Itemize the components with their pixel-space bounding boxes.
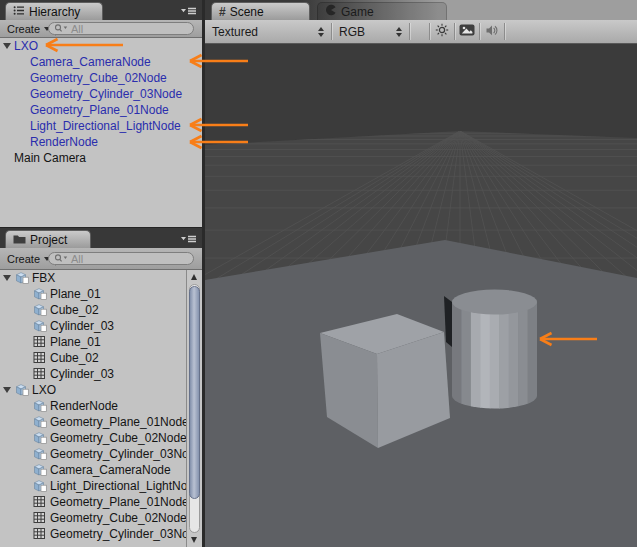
hierarchy-item-Camera-CameraNode[interactable]: Camera_CameraNode — [0, 54, 202, 70]
foldout-triangle[interactable] — [3, 43, 11, 49]
item-label: Plane_01 — [50, 335, 101, 349]
audio-toggle-button[interactable] — [480, 20, 504, 43]
unity-game-icon — [325, 4, 337, 19]
project-item-Cube-02[interactable]: Cube_02 — [0, 350, 186, 366]
project-item-RenderNode[interactable]: RenderNode — [0, 398, 186, 414]
model-icon — [33, 479, 48, 492]
hierarchy-item-Geometry-Cube-02Node[interactable]: Geometry_Cube_02Node — [0, 70, 202, 86]
dropdown-arrows-icon — [396, 27, 402, 37]
hierarchy-tree: LXOCamera_CameraNodeGeometry_Cube_02Node… — [0, 38, 202, 227]
project-item-Geometry-Cylinder-03Node[interactable]: Geometry_Cylinder_03Node — [0, 446, 186, 462]
foldout-triangle[interactable] — [3, 275, 11, 281]
project-item-Geometry-Cube-02Node[interactable]: Geometry_Cube_02Node — [0, 510, 186, 526]
project-item-Geometry-Cylinder-03Node[interactable]: Geometry_Cylinder_03Node — [0, 526, 186, 542]
model-icon — [33, 463, 48, 476]
cylinder-object[interactable] — [452, 290, 538, 413]
tab-scene[interactable]: # Scene — [211, 2, 310, 20]
skybox-toggle-button[interactable] — [455, 20, 479, 43]
hierarchy-item-Main-Camera[interactable]: Main Camera — [0, 150, 202, 166]
mesh-icon — [33, 511, 48, 524]
scroll-down-icon[interactable] — [191, 537, 197, 543]
create-button-label: Create — [7, 253, 40, 265]
item-label: Cylinder_03 — [50, 319, 114, 333]
color-channel-dropdown[interactable]: RGB — [332, 20, 409, 43]
item-label: LXO — [32, 383, 56, 397]
search-input[interactable]: All — [48, 252, 194, 265]
project-item-Plane-01[interactable]: Plane_01 — [0, 286, 186, 302]
hierarchy-item-Light-Directional-LightNode[interactable]: Light_Directional_LightNode — [0, 118, 202, 134]
model-icon — [33, 415, 48, 428]
tab-hierarchy[interactable]: Hierarchy — [5, 2, 103, 20]
item-label: Cube_02 — [50, 351, 99, 365]
tab-game[interactable]: Game — [317, 2, 447, 20]
mesh-icon — [33, 367, 48, 380]
item-label: LXO — [14, 39, 38, 53]
hierarchy-panel: Hierarchy Create All LXOCamera_CameraNod… — [0, 0, 202, 227]
lighting-icon — [435, 23, 449, 40]
hierarchy-item-Geometry-Cylinder-03Node[interactable]: Geometry_Cylinder_03Node — [0, 86, 202, 102]
create-button-label: Create — [7, 23, 40, 35]
hierarchy-list-icon — [13, 5, 25, 19]
tab-label: Scene — [230, 5, 264, 19]
panel-menu-icon[interactable] — [180, 5, 197, 19]
hierarchy-item-RenderNode[interactable]: RenderNode — [0, 134, 202, 150]
project-item-Cube-02[interactable]: Cube_02 — [0, 302, 186, 318]
tab-label: Hierarchy — [29, 5, 80, 19]
project-item-Geometry-Plane-01Node[interactable]: Geometry_Plane_01Node — [0, 494, 186, 510]
item-label: Geometry_Cylinder_03Node — [30, 87, 182, 101]
project-tabstrip: Project — [0, 227, 202, 248]
unity-editor-window: Hierarchy Create All LXOCamera_CameraNod… — [0, 0, 637, 547]
project-item-LXO[interactable]: LXO — [0, 382, 186, 398]
hierarchy-item-LXO[interactable]: LXO — [0, 38, 202, 54]
item-label: Camera_CameraNode — [30, 55, 151, 69]
skybox-icon — [459, 24, 475, 39]
project-item-Plane-01[interactable]: Plane_01 — [0, 334, 186, 350]
search-placeholder: All — [71, 23, 83, 35]
item-label: Geometry_Plane_01Node — [30, 103, 169, 117]
scene-panel: # Scene Game Textured RGB — [205, 0, 637, 547]
search-icon — [54, 252, 69, 266]
render-mode-dropdown[interactable]: Textured — [205, 20, 331, 43]
project-item-Cylinder-03[interactable]: Cylinder_03 — [0, 366, 186, 382]
scene-tabstrip: # Scene Game — [205, 0, 637, 20]
mesh-icon — [33, 527, 48, 540]
search-input[interactable]: All — [48, 22, 194, 35]
project-item-Camera-CameraNode[interactable]: Camera_CameraNode — [0, 462, 186, 478]
item-label: Main Camera — [14, 151, 86, 165]
item-label: Light_Directional_LightNode — [50, 479, 186, 493]
scrollbar-thumb[interactable] — [189, 286, 200, 499]
search-placeholder: All — [71, 253, 83, 265]
item-label: Geometry_Plane_01Node — [50, 415, 186, 429]
item-label: Plane_01 — [50, 287, 101, 301]
audio-icon — [485, 24, 499, 40]
item-label: Light_Directional_LightNode — [30, 119, 181, 133]
project-scrollbar[interactable] — [186, 270, 202, 547]
item-label: Geometry_Cube_02Node — [50, 431, 186, 445]
dropdown-arrows-icon — [318, 27, 324, 37]
model-icon — [33, 319, 48, 332]
lighting-toggle-button[interactable] — [430, 20, 454, 43]
model-icon — [15, 271, 30, 284]
item-label: FBX — [32, 271, 55, 285]
foldout-triangle[interactable] — [3, 387, 11, 393]
model-icon — [33, 399, 48, 412]
project-item-Light-Directional-LightNode[interactable]: Light_Directional_LightNode — [0, 478, 186, 494]
tab-project[interactable]: Project — [5, 230, 91, 248]
item-label: RenderNode — [50, 399, 118, 413]
grid-icon: # — [219, 5, 226, 19]
project-item-Cylinder-03[interactable]: Cylinder_03 — [0, 318, 186, 334]
item-label: Cylinder_03 — [50, 367, 114, 381]
model-icon — [33, 447, 48, 460]
scene-viewport[interactable] — [205, 44, 637, 547]
render-mode-value: Textured — [212, 25, 318, 39]
panel-menu-icon[interactable] — [180, 233, 197, 247]
hierarchy-item-Geometry-Plane-01Node[interactable]: Geometry_Plane_01Node — [0, 102, 202, 118]
scroll-up-icon[interactable] — [191, 274, 197, 280]
project-panel: Project Create All FBXPlane_01Cube_02Cyl… — [0, 227, 202, 547]
tab-label: Project — [30, 233, 67, 247]
project-item-FBX[interactable]: FBX — [0, 270, 186, 286]
project-item-Geometry-Plane-01Node[interactable]: Geometry_Plane_01Node — [0, 414, 186, 430]
model-icon — [33, 431, 48, 444]
project-item-Geometry-Cube-02Node[interactable]: Geometry_Cube_02Node — [0, 430, 186, 446]
scene-toolbar: Textured RGB — [205, 20, 637, 44]
